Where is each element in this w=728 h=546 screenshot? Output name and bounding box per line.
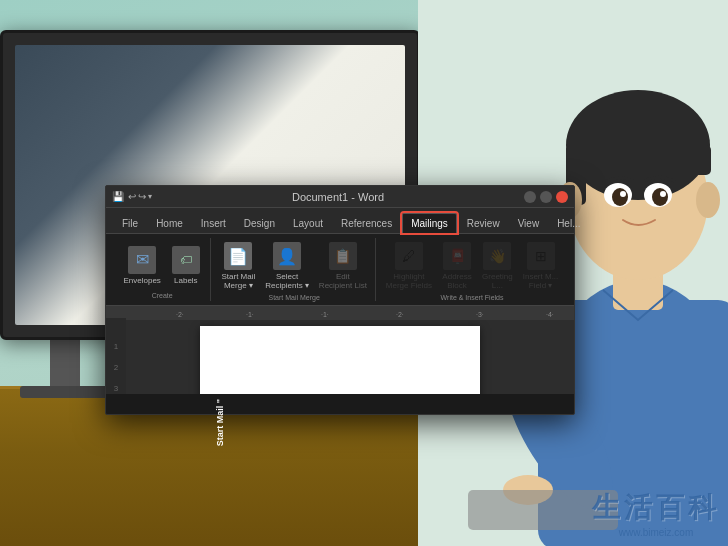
svg-point-13: [652, 188, 668, 206]
redo-icon[interactable]: ↪: [138, 191, 146, 202]
ruler: ·2· ·1· ·1· ·2· ·3· ·4·: [106, 306, 574, 318]
close-button[interactable]: ✕: [556, 191, 568, 203]
svg-text:·1·: ·1·: [246, 311, 254, 318]
tab-file[interactable]: File: [114, 214, 146, 233]
minimize-button[interactable]: ─: [524, 191, 536, 203]
start-mail-merge-group-label: Start Mail Merge: [269, 294, 320, 301]
svg-text:·3·: ·3·: [476, 311, 484, 318]
tab-review[interactable]: Review: [459, 214, 508, 233]
ribbon-group-start-mail-merge: 📄 Start MailMerge ▾ 👤 SelectRecipients ▾…: [213, 238, 376, 301]
labels-label: Labels: [174, 276, 198, 285]
scene: 💾 ↩ ↪ ▾ Document1 - Word ─ □ ✕ File Home…: [0, 0, 728, 546]
tab-home[interactable]: Home: [148, 214, 191, 233]
greeting-line-icon: 👋: [483, 242, 511, 270]
edit-recipient-list-label: EditRecipient List: [319, 272, 367, 290]
labels-icon: 🏷: [172, 246, 200, 274]
monitor-stand: [50, 331, 80, 391]
create-group-label: Create: [152, 292, 173, 299]
start-mail-merge-button[interactable]: 📄 Start MailMerge ▾: [218, 240, 258, 292]
window-controls: ─ □ ✕: [524, 191, 568, 203]
tab-mailings[interactable]: Mailings: [402, 213, 457, 233]
greeting-line-label: GreetingL...: [482, 272, 513, 290]
envelopes-icon: ✉: [128, 246, 156, 274]
labels-button[interactable]: 🏷 Labels: [168, 244, 204, 287]
svg-point-14: [620, 191, 626, 197]
svg-point-9: [696, 182, 720, 218]
envelopes-button[interactable]: ✉ Envelopes: [120, 244, 163, 287]
select-recipients-icon: 👤: [273, 242, 301, 270]
watermark-chinese: 生活百科: [592, 489, 720, 527]
write-insert-buttons: 🖊 HighlightMerge Fields 📮 AddressBlock 👋…: [383, 240, 562, 292]
tab-insert[interactable]: Insert: [193, 214, 234, 233]
envelopes-label: Envelopes: [123, 276, 160, 285]
svg-text:·2·: ·2·: [396, 311, 404, 318]
insert-merge-field-button[interactable]: ⊞ Insert M...Field ▾: [520, 240, 562, 292]
ribbon-group-write-insert: 🖊 HighlightMerge Fields 📮 AddressBlock 👋…: [378, 238, 566, 301]
svg-point-12: [612, 188, 628, 206]
highlight-merge-fields-label: HighlightMerge Fields: [386, 272, 432, 290]
line-numbers: 1 2 3: [106, 318, 126, 394]
insert-merge-field-label: Insert M...Field ▾: [523, 272, 559, 290]
select-recipients-button[interactable]: 👤 SelectRecipients ▾: [262, 240, 312, 292]
tab-references[interactable]: References: [333, 214, 400, 233]
document-area: ·2· ·1· ·1· ·2· ·3· ·4· 1 2 3: [106, 306, 574, 394]
ribbon-content: ✉ Envelopes 🏷 Labels Create 📄 Start Mail…: [106, 234, 574, 306]
maximize-button[interactable]: □: [540, 191, 552, 203]
highlight-merge-fields-icon: 🖊: [395, 242, 423, 270]
word-window: 💾 ↩ ↪ ▾ Document1 - Word ─ □ ✕ File Home…: [105, 185, 575, 415]
insert-merge-field-icon: ⊞: [527, 242, 555, 270]
edit-recipient-list-button[interactable]: 📋 EditRecipient List: [316, 240, 370, 292]
save-icon[interactable]: 💾: [112, 191, 124, 202]
title-bar: 💾 ↩ ↪ ▾ Document1 - Word ─ □ ✕: [106, 186, 574, 208]
tab-design[interactable]: Design: [236, 214, 283, 233]
highlight-merge-fields-button[interactable]: 🖊 HighlightMerge Fields: [383, 240, 435, 292]
start-mail-merge-label: Start MailMerge ▾: [221, 272, 255, 290]
svg-rect-7: [566, 145, 711, 175]
svg-text:·4·: ·4·: [546, 311, 554, 318]
ribbon-group-create: ✉ Envelopes 🏷 Labels Create: [114, 238, 211, 301]
select-recipients-label: SelectRecipients ▾: [265, 272, 309, 290]
address-block-label: AddressBlock: [442, 272, 471, 290]
address-block-icon: 📮: [443, 242, 471, 270]
svg-text:·1·: ·1·: [321, 311, 329, 318]
create-buttons: ✉ Envelopes 🏷 Labels: [120, 240, 203, 290]
tab-layout[interactable]: Layout: [285, 214, 331, 233]
window-title: Document1 - Word: [152, 191, 524, 203]
undo-icon[interactable]: ↩: [128, 191, 136, 202]
tab-view[interactable]: View: [510, 214, 548, 233]
ribbon-tabs: File Home Insert Design Layout Reference…: [106, 208, 574, 234]
start-mail-merge-icon: 📄: [224, 242, 252, 270]
svg-point-15: [660, 191, 666, 197]
svg-text:·2·: ·2·: [176, 311, 184, 318]
tab-help[interactable]: Hel...: [549, 214, 588, 233]
watermark-url: www.bimeiz.com: [619, 527, 693, 538]
address-block-button[interactable]: 📮 AddressBlock: [439, 240, 475, 292]
start-mail-annotation: Start Mail ": [215, 399, 225, 446]
edit-recipient-list-icon: 📋: [329, 242, 357, 270]
merge-buttons: 📄 Start MailMerge ▾ 👤 SelectRecipients ▾…: [218, 240, 369, 292]
write-insert-group-label: Write & Insert Fields: [441, 294, 504, 301]
watermark: 生活百科 www.bimeiz.com: [592, 489, 720, 538]
greeting-line-button[interactable]: 👋 GreetingL...: [479, 240, 516, 292]
document-page: [200, 326, 480, 394]
monitor-base: [20, 386, 110, 398]
